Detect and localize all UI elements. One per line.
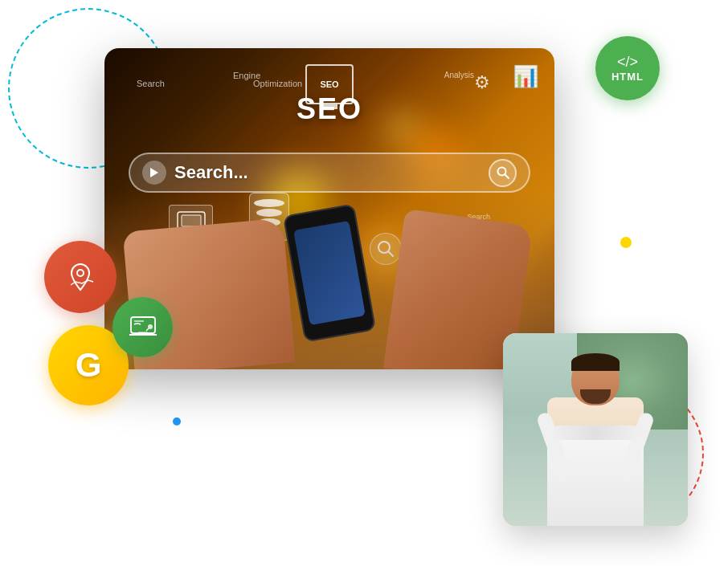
phone-device <box>283 203 376 342</box>
man-head <box>571 353 620 405</box>
person-card <box>503 333 688 526</box>
person-figure <box>503 352 688 526</box>
svg-line-18 <box>146 328 149 331</box>
search-bar[interactable]: Search... <box>129 153 530 193</box>
code-icon: </> <box>617 55 638 69</box>
hands-area <box>104 193 554 369</box>
html-badge-label: HTML <box>611 71 644 83</box>
label-analysis: Analysis <box>444 71 474 79</box>
svg-point-15 <box>77 270 84 276</box>
svg-line-2 <box>505 174 509 178</box>
seo-monitor-icon: SEO <box>305 64 354 104</box>
man-body <box>547 397 644 526</box>
html-badge: </> HTML <box>595 36 660 100</box>
circle-orange-map <box>44 241 117 313</box>
label-optimization: Optimization <box>253 79 302 88</box>
chart-icon: 📊 <box>513 64 538 89</box>
man-arm-right <box>617 411 656 484</box>
gear-icon: ⚙ <box>474 72 490 93</box>
search-bar-text: Search... <box>174 162 489 183</box>
circle-green-laptop <box>112 297 173 357</box>
person-background <box>503 333 688 526</box>
play-icon <box>142 161 166 185</box>
search-magnifier-icon <box>489 159 517 187</box>
man-arm-left <box>536 411 575 484</box>
svg-marker-0 <box>150 168 158 177</box>
label-search: Search <box>137 79 165 88</box>
google-g-letter: G <box>76 346 102 385</box>
dot-blue <box>173 417 181 426</box>
dot-yellow <box>620 237 632 248</box>
